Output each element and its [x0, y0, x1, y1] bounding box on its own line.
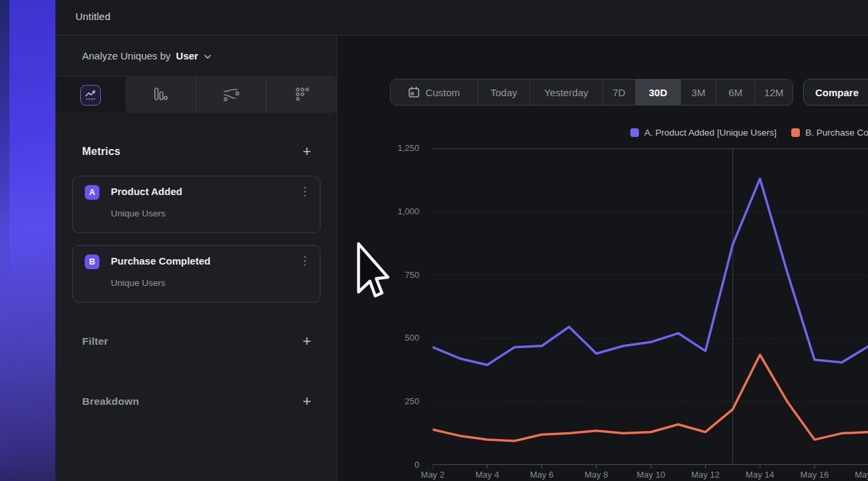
y-tick-label: 1,000 [361, 206, 419, 216]
y-tick-label: 0 [361, 460, 419, 470]
bar-chart-icon [152, 86, 169, 104]
range-7d[interactable]: 7D [602, 79, 635, 105]
metric-badge-a: A [85, 185, 99, 200]
add-filter-button[interactable]: + [302, 335, 311, 348]
x-axis-labels: May 2May 4May 6May 8May 10May 12May 14Ma… [433, 470, 868, 481]
x-tick-label: May 18 [855, 470, 868, 480]
y-tick-label: 1,250 [361, 143, 419, 153]
breakdown-row: Breakdown + [55, 392, 337, 411]
analyze-uniques-row: Analyze Uniques by User [55, 35, 337, 77]
scatter-grid-icon [293, 86, 310, 104]
x-tick-label: May 16 [801, 470, 829, 480]
metric-badge-b: B [85, 255, 99, 269]
tab-scatter-grid[interactable] [266, 77, 337, 113]
x-tick-label: May 4 [475, 470, 499, 480]
y-tick-label: 750 [361, 270, 419, 280]
background-gradient [0, 0, 55, 481]
query-sidebar: Analyze Uniques by User [55, 35, 337, 481]
chevron-down-icon[interactable] [204, 53, 212, 61]
flow-icon [222, 86, 240, 104]
report-title[interactable]: Untitled [75, 11, 110, 22]
add-breakdown-button[interactable]: + [302, 395, 311, 408]
range-custom[interactable]: Custom [391, 79, 477, 105]
range-30d[interactable]: 30D [635, 79, 680, 105]
analyze-label: Analyze Uniques by [82, 50, 171, 61]
y-tick-label: 250 [361, 396, 419, 406]
x-tick-label: May 2 [421, 470, 444, 480]
x-tick-label: May 14 [746, 470, 775, 480]
legend-item-a[interactable]: A. Product Added [Unique Users] [630, 128, 777, 138]
compare-button[interactable]: Compare [803, 79, 868, 106]
kebab-menu-icon[interactable]: ⋮ [299, 184, 310, 198]
range-3m[interactable]: 3M [680, 79, 716, 105]
chart-legend: A. Product Added [Unique Users] B. Purch… [630, 128, 868, 138]
y-axis-labels: 1,2501,0007505002500 [361, 148, 419, 469]
metric-title: Product Added [111, 186, 182, 197]
range-yesterday[interactable]: Yesterday [529, 79, 602, 105]
chart-type-tab-group [126, 77, 337, 113]
tab-flow[interactable] [196, 77, 266, 113]
metric-subtitle: Unique Users [111, 208, 166, 218]
line-chart-icon [80, 85, 101, 106]
metrics-header-row: Metrics + [55, 142, 337, 161]
legend-swatch-b [791, 128, 800, 137]
kebab-menu-icon[interactable]: ⋮ [299, 254, 310, 268]
x-tick-label: May 8 [584, 470, 608, 480]
app-window: Untitled Analyze Uniques by User [0, 0, 868, 481]
x-tick-label: May 6 [530, 470, 554, 480]
metric-card-a[interactable]: A Product Added Unique Users ⋮ [72, 176, 320, 233]
x-tick-label: May 12 [691, 470, 720, 480]
metric-card-b[interactable]: B Purchase Completed Unique Users ⋮ [72, 245, 320, 303]
add-metric-button[interactable]: + [302, 145, 311, 158]
line-chart[interactable] [433, 148, 868, 470]
top-bar: Untitled [55, 0, 868, 35]
legend-swatch-a [630, 128, 639, 137]
legend-item-b[interactable]: B. Purchase Completed [Unique Users] [791, 128, 868, 138]
tab-line-chart[interactable] [55, 77, 126, 113]
x-tick-label: May 10 [636, 470, 665, 480]
analyze-value-dropdown[interactable]: User [176, 50, 198, 61]
calendar-icon [408, 86, 420, 98]
range-today[interactable]: Today [477, 79, 529, 105]
range-12m[interactable]: 12M [754, 79, 793, 105]
chart-type-tabs [55, 77, 337, 113]
metric-title: Purchase Completed [111, 255, 210, 267]
breakdown-heading: Breakdown [82, 395, 139, 408]
metric-subtitle: Unique Users [111, 278, 166, 288]
tab-bar-chart[interactable] [126, 77, 196, 113]
metrics-heading: Metrics [82, 146, 120, 158]
filter-heading: Filter [82, 335, 108, 347]
range-6m[interactable]: 6M [716, 79, 754, 105]
y-tick-label: 500 [361, 333, 419, 343]
date-range-selector: Custom Today Yesterday 7D 30D 3M 6M 12M [390, 79, 793, 106]
filter-row: Filter + [55, 332, 337, 351]
